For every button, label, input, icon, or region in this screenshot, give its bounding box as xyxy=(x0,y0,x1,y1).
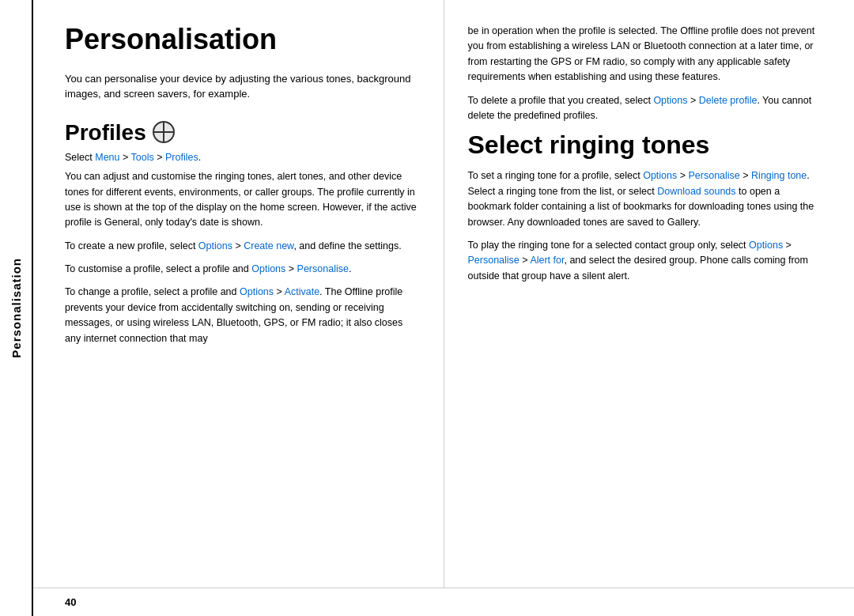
intro-text: You can personalise your device by adjus… xyxy=(65,71,420,102)
menu-sep1: > xyxy=(120,152,131,163)
content-columns: Personalisation You can personalise your… xyxy=(33,0,854,588)
change-sep: > xyxy=(274,286,285,297)
create-new-link[interactable]: Create new xyxy=(244,240,293,251)
profiles-heading-text: Profiles xyxy=(65,119,146,146)
ringing-sep2: > xyxy=(740,170,751,181)
customise-suffix: . xyxy=(349,263,351,274)
play-sep1: > xyxy=(783,240,792,251)
menu-link[interactable]: Menu xyxy=(95,152,119,163)
footer: 40 xyxy=(33,588,854,616)
menu-suffix: . xyxy=(198,152,201,163)
left-column: Personalisation You can personalise your… xyxy=(33,0,444,588)
alert-for-link[interactable]: Alert for xyxy=(530,255,564,266)
personalise-link[interactable]: Personalise xyxy=(297,263,349,274)
create-new-para: To create a new profile, select Options … xyxy=(65,239,420,254)
play-sep2: > xyxy=(520,255,531,266)
profiles-heading: Profiles xyxy=(65,119,420,146)
delete-prefix: To delete a profile that you created, se… xyxy=(468,95,654,106)
main-content: Personalisation You can personalise your… xyxy=(33,0,854,616)
menu-path: Select Menu > Tools > Profiles. xyxy=(65,152,420,163)
create-sep: > xyxy=(232,240,244,251)
ringing-options-link[interactable]: Options xyxy=(643,170,677,181)
menu-prefix: Select xyxy=(65,152,95,163)
download-sounds-link[interactable]: Download sounds xyxy=(657,186,735,197)
ringing-tone-link[interactable]: Ringing tone xyxy=(751,170,807,181)
change-prefix: To change a profile, select a profile an… xyxy=(65,286,240,297)
ringing-personalise-link[interactable]: Personalise xyxy=(689,170,740,181)
create-suffix: , and define the settings. xyxy=(293,240,401,251)
play-prefix: To play the ringing tone for a selected … xyxy=(468,240,750,251)
ringing-para: To set a ringing tone for a profile, sel… xyxy=(468,168,823,230)
change-options-link[interactable]: Options xyxy=(240,286,274,297)
sidebar-label: Personalisation xyxy=(9,258,23,358)
ringing-tones-heading: Select ringing tones xyxy=(468,131,823,159)
page-title: Personalisation xyxy=(65,24,420,55)
ringing-prefix: To set a ringing tone for a profile, sel… xyxy=(468,170,644,181)
delete-options-link[interactable]: Options xyxy=(653,95,687,106)
offline-text: be in operation when the profile is sele… xyxy=(468,24,823,85)
sidebar: Personalisation xyxy=(0,0,33,616)
create-options-link[interactable]: Options xyxy=(198,240,232,251)
delete-profile-link[interactable]: Delete profile xyxy=(699,95,758,106)
create-new-prefix: To create a new profile, select xyxy=(65,240,198,251)
right-column: be in operation when the profile is sele… xyxy=(444,0,855,588)
page-number: 40 xyxy=(65,596,76,608)
profiles-icon xyxy=(153,121,175,143)
delete-sep1: > xyxy=(687,95,698,106)
menu-sep2: > xyxy=(154,152,165,163)
play-personalise-link[interactable]: Personalise xyxy=(468,255,520,266)
tools-link[interactable]: Tools xyxy=(131,152,154,163)
profiles-body1: You can adjust and customise the ringing… xyxy=(65,169,420,231)
play-options-link[interactable]: Options xyxy=(749,240,783,251)
delete-para: To delete a profile that you created, se… xyxy=(468,93,823,124)
play-para: To play the ringing tone for a selected … xyxy=(468,238,823,284)
profiles-link[interactable]: Profiles xyxy=(165,152,198,163)
customise-sep: > xyxy=(285,263,297,274)
customise-prefix: To customise a profile, select a profile… xyxy=(65,263,251,274)
ringing-sep1: > xyxy=(677,170,688,181)
customise-options-link[interactable]: Options xyxy=(251,263,285,274)
change-para: To change a profile, select a profile an… xyxy=(65,285,420,346)
activate-link[interactable]: Activate xyxy=(285,286,319,297)
customise-para: To customise a profile, select a profile… xyxy=(65,262,420,277)
